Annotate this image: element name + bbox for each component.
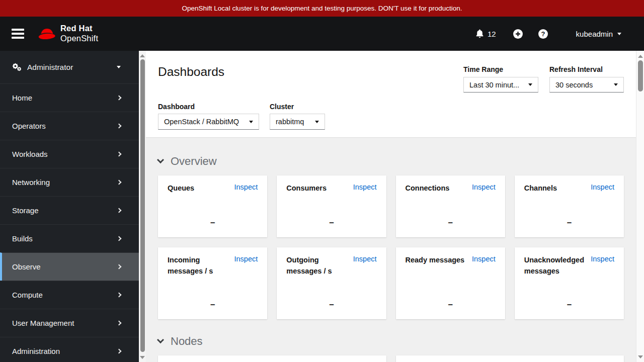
chevron-right-icon	[117, 293, 122, 298]
sidebar-item-home[interactable]: Home	[0, 83, 139, 112]
card-queues: Queues Inspect –	[158, 175, 267, 237]
dashboard-select[interactable]: OpenStack / RabbitMQ	[158, 114, 259, 130]
notification-count: 12	[488, 30, 496, 38]
svg-text:?: ?	[541, 30, 545, 38]
banner-text: OpenShift Local cluster is for developme…	[182, 5, 462, 12]
card-connections: Connections Inspect –	[396, 175, 505, 237]
scroll-up-arrow[interactable]	[140, 54, 145, 57]
sidebar-item-user-management[interactable]: User Management	[0, 309, 139, 337]
masthead: Red Hat OpenShift 12 ? kubeadmin	[0, 17, 644, 51]
sidebar-item-networking[interactable]: Networking	[0, 168, 139, 196]
sidebar-item-label: Networking	[12, 178, 50, 187]
page-title: Dashboards	[158, 65, 224, 79]
bell-icon	[475, 29, 484, 38]
sidebar-item-label: User Management	[12, 319, 74, 327]
username: kubeadmin	[576, 30, 613, 38]
chevron-right-icon	[117, 236, 122, 241]
sidebar-item-label: Builds	[12, 234, 33, 243]
section-title: Nodes	[171, 335, 203, 348]
notifications-button[interactable]: 12	[475, 29, 496, 38]
sidebar-scrollbar	[139, 51, 146, 362]
chevron-right-icon	[117, 96, 122, 101]
inspect-link[interactable]: Inspect	[234, 183, 258, 191]
scroll-up-arrow[interactable]	[638, 55, 643, 58]
scrollbar-thumb[interactable]	[140, 59, 145, 352]
question-circle-icon: ?	[538, 29, 548, 39]
inspect-link[interactable]: Inspect	[591, 183, 614, 191]
chevron-right-icon	[117, 208, 122, 213]
section-overview-toggle[interactable]: Overview	[158, 155, 624, 168]
inspect-link[interactable]: Inspect	[591, 255, 614, 263]
sidebar-nav: Administrator Home Operators Workloads N…	[0, 51, 139, 362]
refresh-interval-select[interactable]: 30 seconds	[549, 77, 624, 93]
sidebar-item-compute[interactable]: Compute	[0, 281, 139, 309]
caret-down-icon	[117, 66, 121, 68]
sidebar-item-label: Compute	[12, 291, 43, 299]
cluster-value: rabbitmq	[276, 118, 304, 126]
sidebar-item-storage[interactable]: Storage	[0, 196, 139, 224]
inspect-link[interactable]: Inspect	[472, 183, 496, 191]
sidebar-item-observe[interactable]: Observe	[0, 252, 139, 281]
user-menu[interactable]: kubeadmin	[576, 30, 621, 38]
chevron-right-icon	[117, 180, 122, 185]
perspective-switcher[interactable]: Administrator	[0, 51, 139, 83]
card-nodes-left	[158, 355, 386, 362]
card-value: –	[396, 300, 505, 310]
cluster-label: Cluster	[270, 103, 294, 111]
sidebar-item-label: Administration	[12, 347, 60, 355]
cluster-select[interactable]: rabbitmq	[270, 114, 325, 130]
time-range-label: Time Range	[463, 65, 503, 73]
brand-logo[interactable]: Red Hat OpenShift	[38, 24, 98, 44]
card-value: –	[277, 300, 386, 310]
help-button[interactable]: ?	[538, 29, 548, 39]
card-nodes-right	[396, 355, 624, 362]
sidebar-item-label: Operators	[12, 122, 46, 130]
scrollbar-thumb[interactable]	[638, 60, 643, 92]
chevron-down-icon	[617, 33, 621, 35]
caret-down-icon	[249, 121, 253, 123]
chevron-right-icon	[117, 152, 122, 157]
dashboard-label: Dashboard	[158, 103, 195, 111]
sidebar-item-builds[interactable]: Builds	[0, 224, 139, 252]
sidebar-item-workloads[interactable]: Workloads	[0, 140, 139, 168]
add-button[interactable]	[513, 29, 523, 39]
caret-down-icon	[315, 121, 319, 123]
scroll-down-arrow[interactable]	[140, 356, 145, 359]
refresh-interval-value: 30 seconds	[555, 81, 593, 89]
main-content: Dashboards Time Range Last 30 minut... R…	[146, 51, 636, 362]
card-ready-messages: Ready messages Inspect –	[396, 247, 505, 319]
card-title: Consumers	[286, 183, 327, 194]
card-channels: Channels Inspect –	[515, 175, 624, 237]
chevron-down-icon	[157, 336, 164, 343]
card-title: Connections	[406, 183, 450, 194]
inspect-link[interactable]: Inspect	[234, 255, 258, 263]
refresh-interval-label: Refresh Interval	[549, 65, 603, 73]
card-title: Outgoing messages / s	[286, 255, 348, 277]
card-value: –	[158, 218, 267, 228]
card-outgoing-messages: Outgoing messages / s Inspect –	[277, 247, 386, 319]
sidebar-item-administration[interactable]: Administration	[0, 337, 139, 362]
caret-down-icon	[528, 83, 532, 86]
inspect-link[interactable]: Inspect	[353, 183, 377, 191]
card-value: –	[515, 300, 624, 310]
section-nodes-toggle[interactable]: Nodes	[158, 335, 624, 348]
gears-icon	[12, 63, 22, 71]
scroll-down-arrow[interactable]	[638, 355, 643, 358]
time-range-select[interactable]: Last 30 minut...	[463, 77, 538, 93]
sidebar-item-operators[interactable]: Operators	[0, 112, 139, 140]
inspect-link[interactable]: Inspect	[353, 255, 377, 263]
card-title: Channels	[524, 183, 557, 194]
time-range-value: Last 30 minut...	[469, 81, 519, 89]
card-value: –	[277, 218, 386, 228]
plus-circle-icon	[513, 29, 523, 39]
menu-icon[interactable]	[12, 27, 24, 41]
card-title: Unacknowledged messages	[524, 255, 586, 277]
brand-line1: Red Hat	[60, 24, 98, 34]
chevron-right-icon	[117, 349, 122, 354]
chevron-right-icon	[117, 264, 122, 269]
card-value: –	[396, 218, 505, 228]
inspect-link[interactable]: Inspect	[472, 255, 496, 263]
main-scrollbar	[636, 51, 644, 362]
cluster-warning-banner: OpenShift Local cluster is for developme…	[0, 0, 644, 17]
card-unacknowledged-messages: Unacknowledged messages Inspect –	[515, 247, 624, 319]
